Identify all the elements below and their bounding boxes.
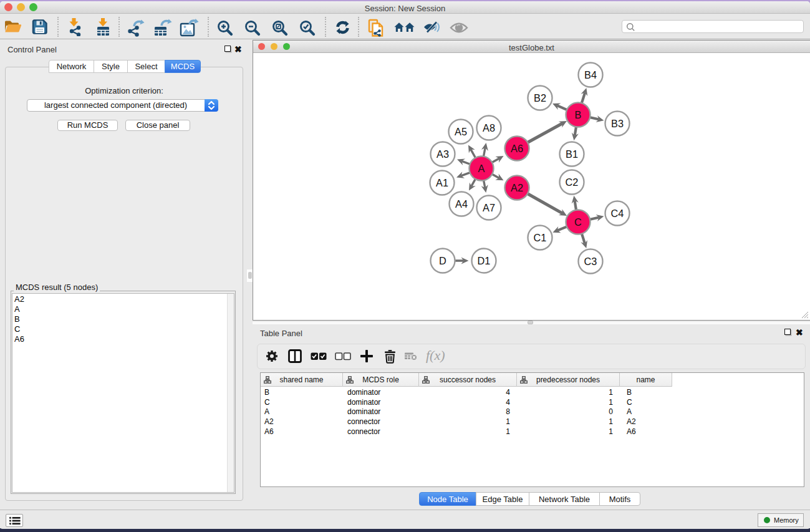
svg-text:C1: C1: [534, 232, 547, 243]
svg-text:C2: C2: [566, 177, 579, 188]
svg-text:B4: B4: [584, 69, 597, 80]
svg-text:A5: A5: [455, 126, 467, 137]
svg-text:A2: A2: [511, 182, 523, 193]
svg-text:B: B: [575, 109, 582, 120]
svg-text:C: C: [574, 216, 582, 228]
svg-text:D: D: [439, 255, 446, 266]
svg-text:C4: C4: [611, 208, 624, 219]
svg-text:A1: A1: [436, 177, 448, 188]
svg-text:A3: A3: [436, 148, 449, 160]
svg-text:A8: A8: [483, 122, 495, 133]
svg-text:B3: B3: [611, 118, 624, 129]
svg-text:B1: B1: [566, 148, 578, 160]
svg-text:C3: C3: [584, 256, 597, 267]
svg-text:A4: A4: [455, 198, 468, 210]
svg-text:A: A: [478, 163, 485, 174]
svg-text:A7: A7: [483, 202, 495, 213]
svg-text:A6: A6: [511, 143, 523, 154]
svg-text:B2: B2: [534, 92, 546, 104]
svg-text:D1: D1: [478, 255, 491, 266]
